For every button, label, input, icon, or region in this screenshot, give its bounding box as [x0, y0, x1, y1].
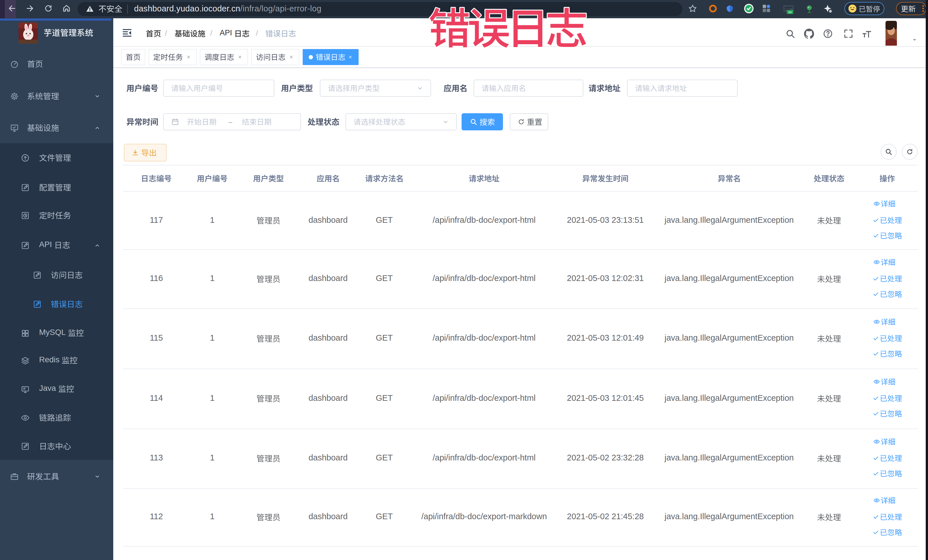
svg-text:on: on — [788, 10, 792, 14]
